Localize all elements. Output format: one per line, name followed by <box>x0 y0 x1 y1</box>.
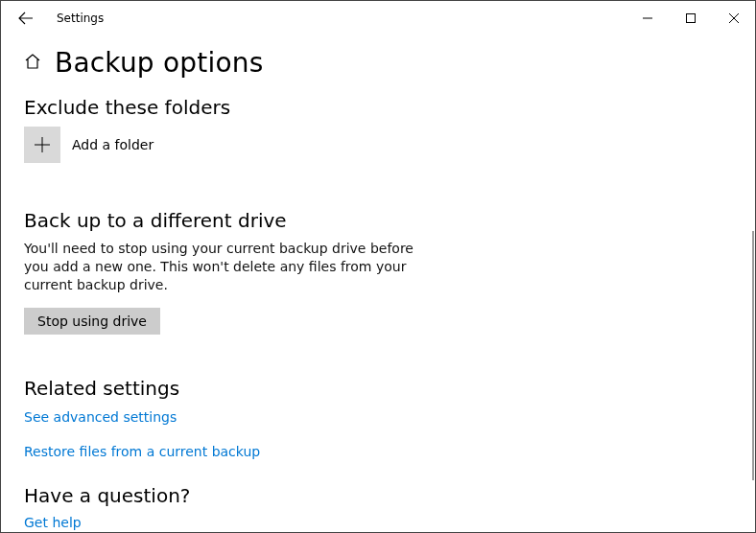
window-controls <box>626 4 755 33</box>
exclude-heading: Exclude these folders <box>24 96 732 119</box>
minimize-icon <box>643 13 652 23</box>
back-button[interactable] <box>12 5 39 32</box>
svg-rect-0 <box>686 14 695 23</box>
home-icon[interactable] <box>24 53 41 74</box>
maximize-button[interactable] <box>669 4 712 33</box>
different-drive-heading: Back up to a different drive <box>24 209 732 232</box>
content-area: Backup options Exclude these folders Add… <box>1 35 755 532</box>
get-help-link[interactable]: Get help <box>24 515 82 530</box>
page-heading-row: Backup options <box>24 47 732 79</box>
related-heading: Related settings <box>24 377 732 400</box>
plus-icon <box>34 136 51 153</box>
page-title: Backup options <box>55 47 263 79</box>
window-title: Settings <box>57 12 104 25</box>
different-drive-body: You'll need to stop using your current b… <box>24 240 427 294</box>
maximize-icon <box>686 13 696 23</box>
see-advanced-settings-link[interactable]: See advanced settings <box>24 409 177 425</box>
scrollbar[interactable] <box>752 231 754 480</box>
close-button[interactable] <box>712 4 755 33</box>
restore-files-link[interactable]: Restore files from a current backup <box>24 444 260 459</box>
question-heading: Have a question? <box>24 484 732 507</box>
stop-using-drive-button[interactable]: Stop using drive <box>24 308 160 335</box>
add-folder-label: Add a folder <box>72 137 154 152</box>
minimize-button[interactable] <box>626 4 669 33</box>
add-folder-tile[interactable] <box>24 127 60 163</box>
add-folder-row[interactable]: Add a folder <box>24 127 732 163</box>
close-icon <box>729 13 739 23</box>
titlebar: Settings <box>1 1 755 35</box>
back-arrow-icon <box>18 11 34 26</box>
